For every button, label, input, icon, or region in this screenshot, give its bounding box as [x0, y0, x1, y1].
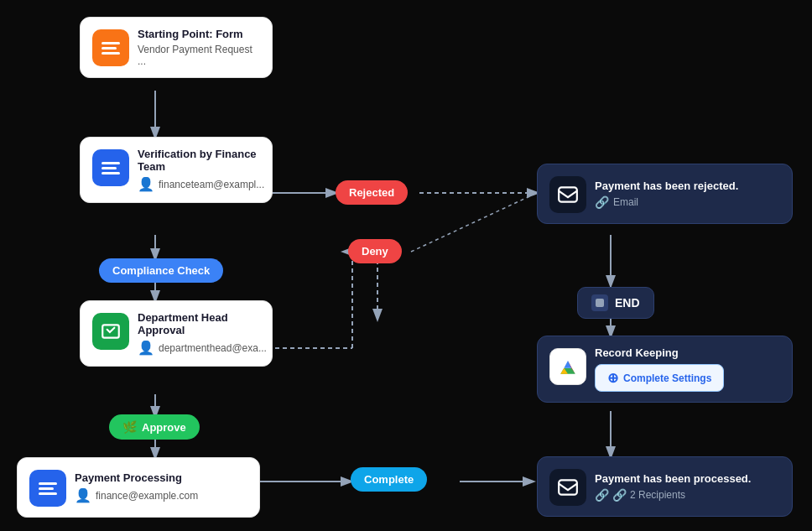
rejected-pill[interactable]: Rejected — [336, 180, 408, 205]
complete-pill[interactable]: Complete — [351, 467, 427, 492]
recipients-row: 🔗 🔗 2 Recipients — [595, 488, 780, 502]
payment-rejected-subtitle: 🔗 Email — [595, 195, 780, 209]
payment-rejected-title: Payment has been rejected. — [595, 180, 780, 192]
svg-rect-20 — [559, 187, 577, 201]
verification-subtitle: 👤 financeteam@exampl... — [138, 176, 264, 192]
payment-processing-subtitle: 👤 finance@example.com — [75, 487, 247, 503]
svg-line-18 — [411, 193, 537, 252]
complete-settings-label: Complete Settings — [623, 372, 711, 384]
payment-rejected-card: Payment has been rejected. 🔗 Email — [537, 164, 793, 224]
dept-head-icon — [92, 313, 129, 350]
complete-settings-button[interactable]: ⊕ Complete Settings — [595, 364, 724, 392]
compliance-check-label: Compliance Check — [112, 264, 210, 277]
payment-processing-card: Payment Processing 👤 finance@example.com — [17, 457, 260, 518]
starting-point-subtitle: Vendor Payment Request ... — [138, 44, 260, 67]
payment-processed-card: Payment has been processed. 🔗 🔗 2 Recipi… — [537, 456, 793, 517]
approve-label: Approve — [142, 421, 186, 434]
record-keeping-card: Record Keeping ⊕ Complete Settings — [537, 336, 793, 403]
starting-point-title: Starting Point: Form — [138, 28, 260, 40]
dept-head-subtitle: 👤 departmenthead@exa... — [138, 340, 267, 356]
payment-processing-title: Payment Processing — [75, 471, 247, 484]
dept-head-card: Department Head Approval 👤 departmenthea… — [80, 300, 273, 367]
payment-rejected-icon — [549, 176, 586, 213]
deny-pill[interactable]: Deny — [348, 239, 402, 263]
record-keeping-title: Record Keeping — [595, 346, 780, 359]
rejected-label: Rejected — [349, 186, 394, 199]
end-label: END — [615, 296, 640, 310]
verification-card: Verification by Finance Team 👤 financete… — [80, 137, 273, 203]
payment-processing-icon — [29, 470, 66, 507]
starting-point-icon — [92, 29, 129, 66]
starting-point-card: Starting Point: Form Vendor Payment Requ… — [80, 17, 273, 78]
end-node: END — [577, 287, 654, 319]
approve-pill[interactable]: 🌿 Approve — [109, 414, 200, 440]
verification-title: Verification by Finance Team — [138, 148, 264, 173]
complete-label: Complete — [364, 473, 414, 486]
compliance-check-pill[interactable]: Compliance Check — [99, 258, 223, 283]
dept-head-title: Department Head Approval — [138, 311, 267, 336]
end-dot — [591, 294, 608, 311]
deny-label: Deny — [362, 245, 388, 258]
record-keeping-icon — [549, 348, 586, 385]
payment-processed-icon — [549, 469, 586, 506]
svg-rect-21 — [559, 480, 577, 494]
recipients-label: 2 Recipients — [630, 489, 685, 501]
verification-icon — [92, 149, 129, 186]
payment-processed-title: Payment has been processed. — [595, 472, 780, 485]
